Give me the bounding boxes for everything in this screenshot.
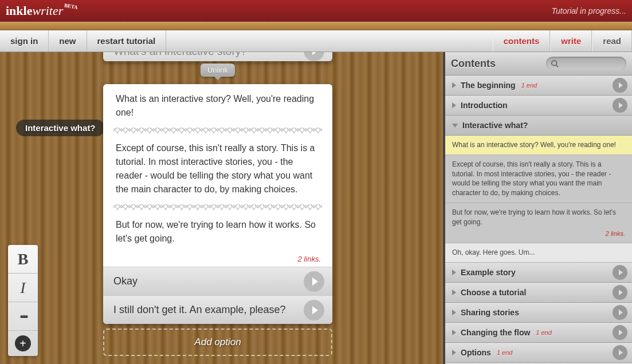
unlink-button[interactable]: Unlink (201, 64, 235, 77)
plus-icon: + (15, 335, 31, 351)
triangle-right-icon (452, 330, 456, 335)
toc-item-choose-tutorial[interactable]: Choose a tutorial (445, 283, 632, 303)
status-text: Tutorial in progress... (552, 6, 626, 15)
toc-label: Changing the flow (461, 328, 530, 337)
toc-item-sharing-stories[interactable]: Sharing stories (445, 303, 632, 323)
toc-item-options[interactable]: Options 1 end (445, 343, 632, 363)
wood-band (0, 22, 632, 30)
option-label: I still don't get it. An example, please… (113, 304, 286, 315)
toc-label: Choose a tutorial (461, 288, 526, 297)
toc-label: Sharing stories (461, 308, 519, 317)
links-count: 2 links. (103, 254, 332, 267)
arrow-right-icon[interactable] (304, 300, 324, 321)
logo-writer: writer (32, 3, 63, 18)
menu-spacer (166, 30, 493, 52)
paragraph[interactable]: But for now, we're trying to learn how i… (103, 210, 332, 254)
toc-label: The beginning (461, 81, 516, 90)
svg-point-0 (552, 61, 557, 66)
italic-button[interactable]: I (8, 274, 38, 302)
top-bar: inklewriterBETA Tutorial in progress... (0, 0, 632, 22)
end-badge: 1 end (521, 82, 537, 89)
triangle-right-icon (452, 270, 456, 275)
arrow-right-icon[interactable] (304, 52, 324, 61)
paragraph[interactable]: Except of course, this isn't really a st… (103, 133, 332, 204)
toc-snippet[interactable]: Oh, okay. Here goes. Um... (445, 243, 632, 263)
toc-item-introduction[interactable]: Introduction (445, 96, 632, 116)
menu-bar: sign in new restart tutorial contents wr… (0, 30, 632, 52)
option-row[interactable]: I still don't get it. An example, please… (103, 295, 332, 324)
end-badge: 1 end (497, 349, 513, 356)
toc-label: Options (461, 348, 491, 357)
triangle-down-icon (452, 124, 458, 128)
toc-snippet[interactable]: What is an interactive story? Well, you'… (445, 136, 632, 155)
toc-item-example-story[interactable]: Example story (445, 263, 632, 283)
triangle-right-icon (452, 310, 456, 315)
arrow-right-icon[interactable] (613, 285, 627, 300)
arrow-right-icon[interactable] (304, 271, 324, 292)
option-row[interactable]: Okay (103, 267, 332, 295)
toc-label: Introduction (461, 101, 508, 110)
table-of-contents[interactable]: The beginning 1 end Introduction Interac… (445, 76, 632, 364)
read-button[interactable]: read (592, 30, 632, 52)
search-icon (551, 60, 559, 68)
paragraph[interactable]: What is an interactive story? Well, you'… (103, 84, 332, 128)
main-card: What is an interactive story? Well, you'… (103, 84, 332, 324)
end-badge: 1 end (536, 329, 552, 336)
option-label: Okay (113, 275, 138, 287)
logo-inkle: inkle (6, 3, 32, 18)
logo[interactable]: inklewriterBETA (6, 3, 77, 18)
triangle-right-icon (452, 290, 456, 295)
contents-button[interactable]: contents (493, 30, 551, 52)
search-input[interactable] (546, 57, 626, 70)
bold-button[interactable]: B (8, 245, 38, 274)
arrow-right-icon[interactable] (613, 78, 627, 93)
triangle-right-icon (452, 102, 456, 108)
triangle-right-icon (452, 82, 456, 88)
toc-item-interactive-what[interactable]: Interactive what? (445, 116, 632, 136)
arrow-right-icon[interactable] (613, 98, 627, 113)
toc-label: Example story (461, 268, 516, 277)
add-option-button[interactable]: Add option (103, 329, 332, 356)
sidebar-header: Contents (445, 52, 632, 76)
format-toolbar: B I ... + (8, 245, 38, 356)
toc-label: Interactive what? (462, 121, 528, 130)
previous-card-text: What's an interactive story? (113, 52, 247, 57)
toc-snippet-text: But for now, we're trying to learn how i… (452, 208, 616, 226)
previous-card[interactable]: What's an interactive story? (103, 52, 332, 61)
triangle-right-icon (452, 350, 456, 355)
section-chip[interactable]: Interactive what? (16, 120, 105, 136)
arrow-right-icon[interactable] (613, 265, 627, 280)
sidebar-title: Contents (451, 58, 496, 70)
svg-line-1 (556, 65, 559, 68)
divider-icon (113, 128, 322, 133)
toc-snippet[interactable]: But for now, we're trying to learn how i… (445, 203, 632, 243)
story-stack: What's an interactive story? Unlink What… (103, 52, 332, 356)
canvas: Interactive what? B I ... + What's an in… (0, 52, 443, 364)
links-count: 2 links. (452, 230, 625, 238)
toc-item-changing-flow[interactable]: Changing the flow 1 end (445, 323, 632, 343)
arrow-right-icon[interactable] (613, 345, 627, 360)
workspace: Interactive what? B I ... + What's an in… (0, 52, 632, 364)
new-button[interactable]: new (49, 30, 87, 52)
toc-item-beginning[interactable]: The beginning 1 end (445, 76, 632, 96)
toc-snippet[interactable]: Except of course, this isn't really a st… (445, 155, 632, 203)
signin-button[interactable]: sign in (0, 30, 49, 52)
add-button[interactable]: + (8, 331, 38, 356)
arrow-right-icon[interactable] (613, 305, 627, 320)
beta-badge: BETA (64, 2, 78, 10)
divider-icon (113, 204, 322, 210)
arrow-right-icon[interactable] (613, 325, 627, 340)
write-button[interactable]: write (550, 30, 592, 52)
more-button[interactable]: ... (8, 302, 38, 331)
restart-tutorial-button[interactable]: restart tutorial (87, 30, 167, 52)
sidebar: Contents The beginning 1 end Introductio… (443, 52, 632, 364)
